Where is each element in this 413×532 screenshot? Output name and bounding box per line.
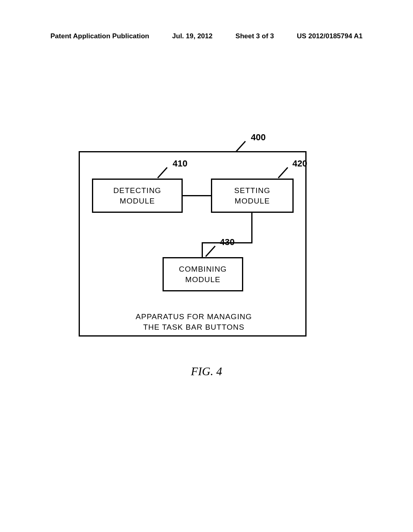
page-header: Patent Application Publication Jul. 19, … xyxy=(0,32,413,40)
apparatus-box: DETECTING MODULE SETTING MODULE COMBININ… xyxy=(79,151,307,337)
ref-410: 410 xyxy=(173,158,188,169)
header-sheet: Sheet 3 of 3 xyxy=(236,32,274,40)
setting-label-1: SETTING xyxy=(234,185,270,196)
caption-line-2: THE TASK BAR BUTTONS xyxy=(80,322,308,332)
setting-module-box: SETTING MODULE xyxy=(211,179,294,213)
caption-line-1: APPARATUS FOR MANAGING xyxy=(80,312,308,322)
connector-to-combining xyxy=(202,242,203,258)
ref-420: 420 xyxy=(292,158,307,169)
combining-label-1: COMBINING xyxy=(179,264,227,274)
diagram: DETECTING MODULE SETTING MODULE COMBININ… xyxy=(79,139,307,337)
ref-430: 430 xyxy=(220,237,235,247)
connector-setting-down xyxy=(251,213,252,243)
connector-detect-setting xyxy=(183,195,211,196)
setting-label-2: MODULE xyxy=(235,196,270,206)
header-publication: Patent Application Publication xyxy=(50,32,149,40)
ref-400: 400 xyxy=(251,132,266,143)
detecting-label-1: DETECTING xyxy=(113,185,161,196)
combining-module-box: COMBINING MODULE xyxy=(163,257,243,291)
apparatus-caption: APPARATUS FOR MANAGING THE TASK BAR BUTT… xyxy=(80,312,308,332)
header-date: Jul. 19, 2012 xyxy=(172,32,213,40)
detecting-module-box: DETECTING MODULE xyxy=(92,179,183,213)
header-pubno: US 2012/0185794 A1 xyxy=(297,32,363,40)
combining-label-2: MODULE xyxy=(185,274,220,285)
figure-label: FIG. 4 xyxy=(0,365,413,378)
detecting-label-2: MODULE xyxy=(120,196,155,206)
